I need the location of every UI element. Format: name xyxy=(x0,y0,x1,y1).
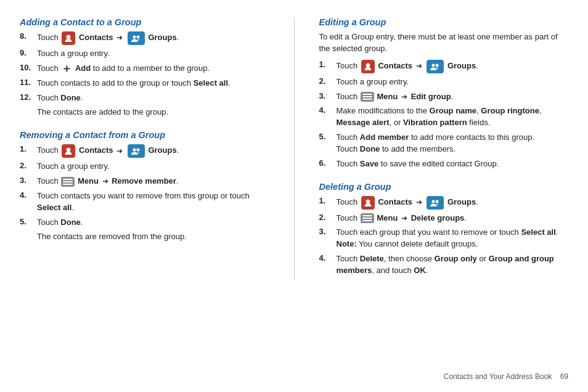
step-item: 4. Make modifications to the Group name,… xyxy=(319,105,569,129)
svg-point-11 xyxy=(436,200,439,203)
step-num: 4. xyxy=(20,190,37,200)
arrow-icon: ➔ xyxy=(102,177,108,186)
section-removing-title: Removing a Contact from a Group xyxy=(20,130,269,140)
message-alert-label: Message alert xyxy=(337,118,390,127)
vibration-pattern-label: Vibration pattern xyxy=(403,118,467,127)
section-adding-title: Adding a Contact to a Group xyxy=(20,17,269,27)
ok-label: OK xyxy=(414,266,426,275)
step-num: 1. xyxy=(319,60,337,69)
step-item: 4. Touch contacts you want to remove fro… xyxy=(20,190,269,214)
svg-point-5 xyxy=(136,149,139,152)
save-label: Save xyxy=(360,159,378,168)
step-num: 3. xyxy=(20,176,37,185)
step-content: Touch Menu ➔ Edit group. xyxy=(337,91,569,103)
arrow-icon: ➔ xyxy=(401,92,407,101)
step-item: 2. Touch a group entry. xyxy=(319,76,569,88)
arrow-icon: ➔ xyxy=(416,198,422,206)
deleting-steps: 1. Touch Contacts ➔ Groups. xyxy=(319,196,569,280)
add-icon: ＋ xyxy=(61,63,72,74)
step-num: 4. xyxy=(319,105,337,115)
step-num: 4. xyxy=(319,253,337,263)
delete-label: Delete xyxy=(360,254,384,263)
column-divider xyxy=(294,17,295,280)
edit-group-label: Edit group xyxy=(411,92,451,101)
menu-label: Menu xyxy=(78,176,99,186)
contacts-label: Contacts xyxy=(79,33,113,42)
groups-icon xyxy=(128,144,145,158)
section-editing-title: Editing a Group xyxy=(319,17,569,27)
contacts-label: Contacts xyxy=(378,197,412,206)
contacts-icon xyxy=(361,60,375,73)
delete-groups-label: Delete groups xyxy=(411,213,465,223)
left-column: Adding a Contact to a Group 8. Touch Con… xyxy=(20,17,269,280)
step-num: 1. xyxy=(20,144,37,153)
right-column: Editing a Group To edit a Group entry, t… xyxy=(319,17,569,280)
done-label: Done xyxy=(360,144,380,153)
step-content: Make modifications to the Group name, Gr… xyxy=(337,105,569,129)
step-sub-item: The contacts are removed from the group. xyxy=(20,231,269,243)
step-content: Touch Menu ➔ Delete groups. xyxy=(337,213,569,224)
step-content: Touch a group entry. xyxy=(337,76,569,88)
step-item: 12. Touch Done. xyxy=(20,92,269,104)
svg-point-7 xyxy=(432,63,435,67)
add-member-label: Add member xyxy=(360,133,409,142)
svg-point-1 xyxy=(133,36,136,39)
footer-text: Contacts and Your Address Book xyxy=(444,372,552,381)
group-only-label: Group only xyxy=(435,254,477,263)
step-num: 3. xyxy=(319,91,337,100)
step-content: Touch a group entry. xyxy=(37,48,269,60)
step-content: Touch Done. xyxy=(37,92,269,104)
step-num: 1. xyxy=(319,196,337,205)
done-label: Done xyxy=(60,93,81,102)
contacts-icon xyxy=(62,144,75,158)
svg-point-2 xyxy=(136,36,139,39)
step-content: Touch Delete, then choose Group only or … xyxy=(337,253,569,277)
step-item: 5. Touch Done. xyxy=(20,217,269,229)
step-num: 2. xyxy=(319,76,337,86)
done-label: Done xyxy=(60,218,81,227)
step-item: 6. Touch Save to save the edited contact… xyxy=(319,158,569,170)
select-all-label: Select all xyxy=(521,227,555,237)
step-content: Touch Contacts ➔ Groups. xyxy=(37,144,269,158)
step-item: 1. Touch Contacts ➔ Groups. xyxy=(319,196,569,210)
svg-point-6 xyxy=(366,63,370,67)
arrow-icon: ➔ xyxy=(416,62,422,70)
groups-label: Groups xyxy=(148,146,176,155)
step-item: 3. Touch Menu ➔ Remove member. xyxy=(20,176,269,187)
remove-member-label: Remove member xyxy=(112,176,176,186)
step-content: Touch Contacts ➔ Groups. xyxy=(337,196,569,210)
step-item: 3. Touch Menu ➔ Edit group. xyxy=(319,91,569,103)
step-item: 3. Touch each group that you want to rem… xyxy=(319,227,569,250)
contacts-label: Contacts xyxy=(378,61,412,70)
step-num: 8. xyxy=(20,31,37,41)
step-content: Touch Contacts ➔ Groups. xyxy=(337,60,569,73)
step-item: 1. Touch Contacts ➔ Groups. xyxy=(319,60,569,73)
step-content: Touch Add member to add more contacts to… xyxy=(337,132,569,155)
step-content: Touch each group that you want to remove… xyxy=(337,227,569,250)
step-content: Touch Done. xyxy=(37,217,269,229)
page-wrapper: Adding a Contact to a Group 8. Touch Con… xyxy=(0,0,588,392)
step-content: Touch contacts you want to remove from t… xyxy=(37,190,269,214)
step-content: Touch ＋ Add to add to a member to the gr… xyxy=(37,63,269,75)
editing-steps: 1. Touch Contacts ➔ Groups. xyxy=(319,60,569,173)
removing-steps: 1. Touch Contacts ➔ Groups. xyxy=(20,144,269,246)
section-deleting-title: Deleting a Group xyxy=(319,182,569,192)
step-num: 6. xyxy=(319,158,337,168)
select-all-label: Select all xyxy=(37,203,71,212)
group-name-label: Group name xyxy=(430,106,477,115)
footer: Contacts and Your Address Book 69 xyxy=(444,372,568,381)
groups-icon xyxy=(128,31,145,45)
svg-point-9 xyxy=(366,200,370,203)
step-content: Touch Save to save the edited contact Gr… xyxy=(337,158,569,170)
step-content: Touch a group entry. xyxy=(37,161,269,173)
svg-point-8 xyxy=(436,63,439,67)
groups-label: Groups xyxy=(447,197,476,206)
arrow-icon: ➔ xyxy=(401,214,407,223)
menu-label: Menu xyxy=(377,92,398,101)
step-content: Touch Menu ➔ Remove member. xyxy=(37,176,269,187)
step-item: 2. Touch a group entry. xyxy=(20,161,269,173)
add-label: Add xyxy=(75,63,91,73)
svg-point-4 xyxy=(133,149,136,152)
groups-label: Groups xyxy=(148,33,176,42)
step-sub-content: The contacts are added to the group. xyxy=(37,107,269,118)
